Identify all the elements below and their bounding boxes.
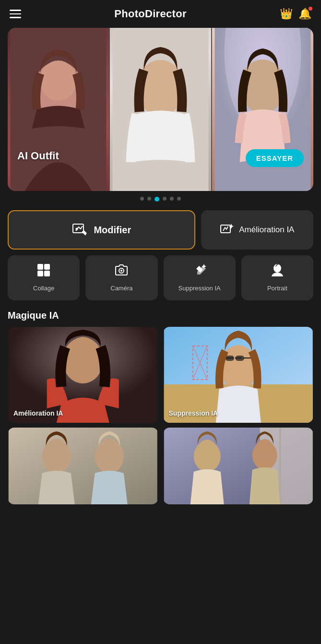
notifications-button[interactable]: 🔔 [298,8,311,20]
crown-icon[interactable]: 👑 [280,8,293,20]
action-row-1: Modifier Amélioration IA [0,205,321,250]
camera-label: Caméra [110,285,132,293]
svg-rect-16 [44,271,50,276]
carousel[interactable]: AI Outfit ESSAYER [8,28,313,191]
portrait-label: Portrait [267,285,287,293]
bottom-card-1[interactable] [8,428,158,504]
svg-point-22 [69,337,97,370]
svg-point-40 [197,440,216,462]
magique-ia-grid: Amélioration IA [0,327,321,423]
svg-rect-15 [37,271,43,276]
hamburger-menu-button[interactable] [10,10,21,18]
magique-ia-section-title: Magique IA [0,300,321,327]
ai-enhance-icon [220,223,234,237]
svg-point-35 [99,439,120,463]
dot-4[interactable] [163,197,166,201]
svg-point-18 [120,270,122,272]
svg-point-19 [273,264,281,273]
magique-ia-grid-bottom [0,423,321,514]
svg-rect-0 [11,28,107,191]
svg-point-42 [255,439,273,460]
header: PhotoDirector 👑 🔔 [0,0,321,28]
svg-point-5 [143,60,178,99]
dot-6[interactable] [177,197,181,201]
svg-rect-12 [221,225,230,233]
ai-remove-icon [192,263,207,281]
svg-point-2 [40,60,77,101]
header-left [10,10,21,18]
carousel-dots [0,191,321,205]
header-right: 👑 🔔 [280,8,311,20]
essayer-button[interactable]: ESSAYER [246,149,304,167]
amelioration-ia-button[interactable]: Amélioration IA [201,210,313,250]
carousel-panel-1 [8,28,109,191]
notification-dot [309,7,312,11]
svg-point-1 [34,61,83,119]
camera-icon [114,263,129,281]
svg-rect-28 [235,356,244,361]
camera-button[interactable]: Caméra [85,255,157,300]
modifier-label: Modifier [94,225,131,236]
collage-label: Collage [33,285,54,293]
edit-icon [71,222,88,238]
svg-point-9 [246,60,280,96]
suppression-ia-label: Suppression IA [178,285,221,293]
amelioration-ia-label: Amélioration IA [239,225,294,235]
svg-point-33 [46,439,67,463]
dot-1[interactable] [140,197,144,201]
dot-2[interactable] [147,197,151,201]
amelioration-ia-card-label: Amélioration IA [13,409,63,417]
app-title: PhotoDirector [114,8,187,20]
svg-rect-38 [279,428,281,504]
suppression-ia-card-label: Suppression IA [169,409,218,417]
bottom-card-2[interactable] [163,428,314,504]
modifier-button[interactable]: Modifier [8,210,195,250]
suppression-ia-button[interactable]: Suppression IA [164,255,236,300]
portrait-button[interactable]: Portrait [241,255,313,300]
svg-rect-31 [9,428,157,504]
svg-point-11 [76,228,78,230]
carousel-label: AI Outfit [17,150,59,162]
tools-row: Collage Caméra Suppression IA [0,250,321,300]
amelioration-ia-card[interactable]: Amélioration IA [8,327,158,423]
dot-5[interactable] [170,197,174,201]
portrait-icon [270,263,285,281]
svg-rect-13 [37,264,43,270]
suppression-ia-card[interactable]: Suppression IA [163,327,314,423]
svg-rect-14 [44,264,50,270]
svg-rect-27 [225,356,234,361]
collage-button[interactable]: Collage [8,255,80,300]
dot-3[interactable] [155,197,159,202]
collage-icon [36,263,51,281]
carousel-panel-2 [110,28,211,191]
